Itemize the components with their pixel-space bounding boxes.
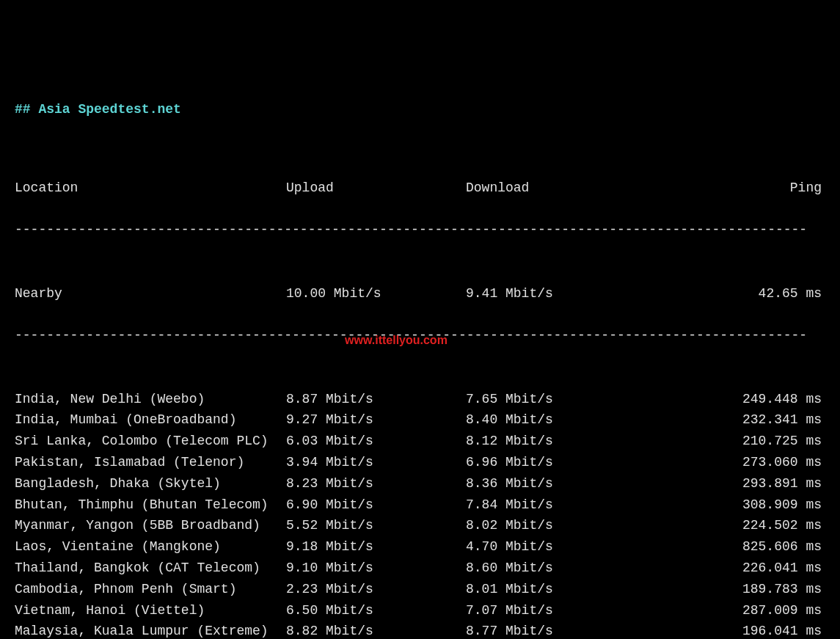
- upload-cell: 3.94 Mbit/s: [286, 452, 466, 473]
- location-cell: Malaysia, Kuala Lumpur (Extreme): [15, 621, 286, 639]
- ping-cell: 196.041 ms: [638, 621, 822, 639]
- nearby-download: 9.41 Mbit/s: [466, 283, 638, 304]
- divider: ----------------------------------------…: [15, 219, 825, 241]
- table-row: Bhutan, Thimphu (Bhutan Telecom)6.90 Mbi…: [15, 494, 825, 516]
- col-header-location: Location: [15, 178, 286, 199]
- location-cell: Pakistan, Islamabad (Telenor): [15, 452, 286, 473]
- download-cell: 8.36 Mbit/s: [466, 473, 638, 494]
- upload-cell: 8.23 Mbit/s: [286, 473, 466, 494]
- download-cell: 7.84 Mbit/s: [466, 494, 638, 516]
- table-row: Malaysia, Kuala Lumpur (Extreme)8.82 Mbi…: [15, 621, 825, 639]
- ping-cell: 293.891 ms: [638, 473, 822, 494]
- upload-cell: 6.50 Mbit/s: [286, 600, 466, 621]
- nearby-ping: 42.65 ms: [638, 283, 822, 304]
- ping-cell: 273.060 ms: [638, 452, 822, 473]
- table-row: Myanmar, Yangon (5BB Broadband)5.52 Mbit…: [15, 515, 825, 536]
- location-cell: Bangladesh, Dhaka (Skytel): [15, 473, 286, 494]
- upload-cell: 6.90 Mbit/s: [286, 494, 466, 516]
- col-header-upload: Upload: [286, 178, 466, 199]
- download-cell: 8.77 Mbit/s: [466, 621, 638, 639]
- ping-cell: 210.725 ms: [638, 431, 822, 452]
- nearby-upload: 10.00 Mbit/s: [286, 283, 466, 304]
- section-header: ## Asia Speedtest.net: [15, 99, 825, 120]
- download-cell: 4.70 Mbit/s: [466, 536, 638, 558]
- ping-cell: 224.502 ms: [638, 515, 822, 536]
- col-header-download: Download: [466, 178, 638, 199]
- col-header-ping: Ping: [638, 178, 822, 199]
- table-row: Pakistan, Islamabad (Telenor)3.94 Mbit/s…: [15, 452, 825, 473]
- ping-cell: 287.009 ms: [638, 600, 822, 621]
- divider: ----------------------------------------…: [15, 325, 825, 346]
- download-cell: 8.60 Mbit/s: [466, 558, 638, 579]
- location-cell: Cambodia, Phnom Penh (Smart): [15, 579, 286, 600]
- column-headers: LocationUploadDownloadPing: [15, 178, 825, 199]
- ping-cell: 308.909 ms: [638, 494, 822, 516]
- upload-cell: 9.10 Mbit/s: [286, 558, 466, 579]
- table-row: India, Mumbai (OneBroadband)9.27 Mbit/s8…: [15, 409, 825, 431]
- location-cell: Sri Lanka, Colombo (Telecom PLC): [15, 431, 286, 452]
- upload-cell: 6.03 Mbit/s: [286, 431, 466, 452]
- table-row: Sri Lanka, Colombo (Telecom PLC)6.03 Mbi…: [15, 431, 825, 452]
- download-cell: 8.02 Mbit/s: [466, 515, 638, 536]
- ping-cell: 226.041 ms: [638, 558, 822, 579]
- download-cell: 8.12 Mbit/s: [466, 431, 638, 452]
- table-row: India, New Delhi (Weebo)8.87 Mbit/s7.65 …: [15, 389, 825, 410]
- upload-cell: 5.52 Mbit/s: [286, 515, 466, 536]
- location-cell: Myanmar, Yangon (5BB Broadband): [15, 515, 286, 536]
- nearby-location: Nearby: [15, 283, 286, 304]
- table-row: Thailand, Bangkok (CAT Telecom)9.10 Mbit…: [15, 558, 825, 579]
- ping-cell: 249.448 ms: [638, 389, 822, 410]
- ping-cell: 825.606 ms: [638, 536, 822, 558]
- download-cell: 8.40 Mbit/s: [466, 409, 638, 431]
- upload-cell: 9.18 Mbit/s: [286, 536, 466, 558]
- download-cell: 7.65 Mbit/s: [466, 389, 638, 410]
- table-row: Cambodia, Phnom Penh (Smart)2.23 Mbit/s8…: [15, 579, 825, 600]
- location-cell: Bhutan, Thimphu (Bhutan Telecom): [15, 494, 286, 516]
- upload-cell: 9.27 Mbit/s: [286, 409, 466, 431]
- upload-cell: 8.87 Mbit/s: [286, 389, 466, 410]
- location-cell: India, Mumbai (OneBroadband): [15, 409, 286, 431]
- location-cell: India, New Delhi (Weebo): [15, 389, 286, 410]
- location-cell: Laos, Vientaine (Mangkone): [15, 536, 286, 558]
- download-cell: 8.01 Mbit/s: [466, 579, 638, 600]
- upload-cell: 2.23 Mbit/s: [286, 579, 466, 600]
- ping-cell: 189.783 ms: [638, 579, 822, 600]
- download-cell: 7.07 Mbit/s: [466, 600, 638, 621]
- location-cell: Thailand, Bangkok (CAT Telecom): [15, 558, 286, 579]
- table-row: Vietnam, Hanoi (Viettel)6.50 Mbit/s7.07 …: [15, 600, 825, 621]
- table-row: Laos, Vientaine (Mangkone)9.18 Mbit/s4.7…: [15, 536, 825, 558]
- ping-cell: 232.341 ms: [638, 409, 822, 431]
- table-row: Bangladesh, Dhaka (Skytel)8.23 Mbit/s8.3…: [15, 473, 825, 494]
- nearby-row: Nearby10.00 Mbit/s9.41 Mbit/s42.65 ms: [15, 283, 825, 304]
- upload-cell: 8.82 Mbit/s: [286, 621, 466, 639]
- location-cell: Vietnam, Hanoi (Viettel): [15, 600, 286, 621]
- download-cell: 6.96 Mbit/s: [466, 452, 638, 473]
